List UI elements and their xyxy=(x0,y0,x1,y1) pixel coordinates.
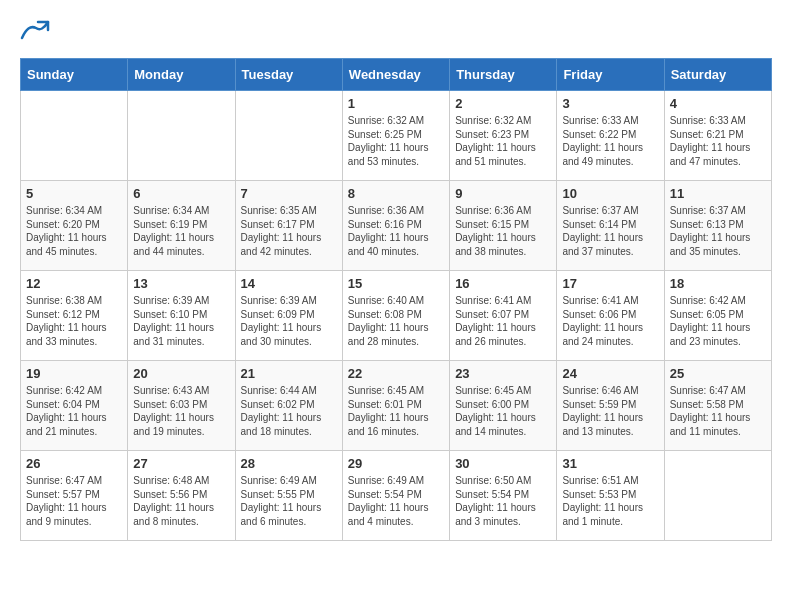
week-row-1: 1Sunrise: 6:32 AM Sunset: 6:25 PM Daylig… xyxy=(21,91,772,181)
weekday-header-tuesday: Tuesday xyxy=(235,59,342,91)
calendar-cell: 6Sunrise: 6:34 AM Sunset: 6:19 PM Daylig… xyxy=(128,181,235,271)
day-info: Sunrise: 6:34 AM Sunset: 6:19 PM Dayligh… xyxy=(133,204,229,258)
weekday-header-saturday: Saturday xyxy=(664,59,771,91)
calendar-cell: 19Sunrise: 6:42 AM Sunset: 6:04 PM Dayli… xyxy=(21,361,128,451)
calendar-cell: 4Sunrise: 6:33 AM Sunset: 6:21 PM Daylig… xyxy=(664,91,771,181)
day-info: Sunrise: 6:33 AM Sunset: 6:22 PM Dayligh… xyxy=(562,114,658,168)
day-info: Sunrise: 6:36 AM Sunset: 6:15 PM Dayligh… xyxy=(455,204,551,258)
day-number: 23 xyxy=(455,366,551,381)
day-number: 15 xyxy=(348,276,444,291)
calendar-cell: 25Sunrise: 6:47 AM Sunset: 5:58 PM Dayli… xyxy=(664,361,771,451)
day-info: Sunrise: 6:44 AM Sunset: 6:02 PM Dayligh… xyxy=(241,384,337,438)
day-info: Sunrise: 6:39 AM Sunset: 6:09 PM Dayligh… xyxy=(241,294,337,348)
weekday-header-sunday: Sunday xyxy=(21,59,128,91)
day-info: Sunrise: 6:46 AM Sunset: 5:59 PM Dayligh… xyxy=(562,384,658,438)
day-number: 24 xyxy=(562,366,658,381)
day-number: 27 xyxy=(133,456,229,471)
day-info: Sunrise: 6:36 AM Sunset: 6:16 PM Dayligh… xyxy=(348,204,444,258)
calendar-cell: 16Sunrise: 6:41 AM Sunset: 6:07 PM Dayli… xyxy=(450,271,557,361)
day-number: 16 xyxy=(455,276,551,291)
day-info: Sunrise: 6:35 AM Sunset: 6:17 PM Dayligh… xyxy=(241,204,337,258)
weekday-header-friday: Friday xyxy=(557,59,664,91)
day-number: 28 xyxy=(241,456,337,471)
day-number: 25 xyxy=(670,366,766,381)
day-number: 14 xyxy=(241,276,337,291)
day-number: 18 xyxy=(670,276,766,291)
logo xyxy=(20,20,54,42)
day-info: Sunrise: 6:47 AM Sunset: 5:57 PM Dayligh… xyxy=(26,474,122,528)
weekday-header-row: SundayMondayTuesdayWednesdayThursdayFrid… xyxy=(21,59,772,91)
calendar-cell: 21Sunrise: 6:44 AM Sunset: 6:02 PM Dayli… xyxy=(235,361,342,451)
day-number: 30 xyxy=(455,456,551,471)
day-info: Sunrise: 6:51 AM Sunset: 5:53 PM Dayligh… xyxy=(562,474,658,528)
calendar-cell: 26Sunrise: 6:47 AM Sunset: 5:57 PM Dayli… xyxy=(21,451,128,541)
day-number: 11 xyxy=(670,186,766,201)
day-info: Sunrise: 6:32 AM Sunset: 6:23 PM Dayligh… xyxy=(455,114,551,168)
day-info: Sunrise: 6:41 AM Sunset: 6:07 PM Dayligh… xyxy=(455,294,551,348)
day-number: 6 xyxy=(133,186,229,201)
day-info: Sunrise: 6:37 AM Sunset: 6:13 PM Dayligh… xyxy=(670,204,766,258)
calendar-cell xyxy=(664,451,771,541)
day-info: Sunrise: 6:47 AM Sunset: 5:58 PM Dayligh… xyxy=(670,384,766,438)
calendar-cell: 2Sunrise: 6:32 AM Sunset: 6:23 PM Daylig… xyxy=(450,91,557,181)
day-info: Sunrise: 6:45 AM Sunset: 6:00 PM Dayligh… xyxy=(455,384,551,438)
calendar-cell xyxy=(235,91,342,181)
day-info: Sunrise: 6:49 AM Sunset: 5:55 PM Dayligh… xyxy=(241,474,337,528)
day-number: 2 xyxy=(455,96,551,111)
calendar-cell: 20Sunrise: 6:43 AM Sunset: 6:03 PM Dayli… xyxy=(128,361,235,451)
header xyxy=(20,20,772,42)
day-number: 20 xyxy=(133,366,229,381)
week-row-2: 5Sunrise: 6:34 AM Sunset: 6:20 PM Daylig… xyxy=(21,181,772,271)
day-number: 31 xyxy=(562,456,658,471)
calendar-cell: 15Sunrise: 6:40 AM Sunset: 6:08 PM Dayli… xyxy=(342,271,449,361)
day-info: Sunrise: 6:45 AM Sunset: 6:01 PM Dayligh… xyxy=(348,384,444,438)
calendar-cell xyxy=(128,91,235,181)
calendar-cell: 1Sunrise: 6:32 AM Sunset: 6:25 PM Daylig… xyxy=(342,91,449,181)
weekday-header-monday: Monday xyxy=(128,59,235,91)
calendar-cell: 17Sunrise: 6:41 AM Sunset: 6:06 PM Dayli… xyxy=(557,271,664,361)
day-info: Sunrise: 6:48 AM Sunset: 5:56 PM Dayligh… xyxy=(133,474,229,528)
day-number: 29 xyxy=(348,456,444,471)
day-info: Sunrise: 6:41 AM Sunset: 6:06 PM Dayligh… xyxy=(562,294,658,348)
day-info: Sunrise: 6:43 AM Sunset: 6:03 PM Dayligh… xyxy=(133,384,229,438)
calendar-cell: 18Sunrise: 6:42 AM Sunset: 6:05 PM Dayli… xyxy=(664,271,771,361)
calendar-table: SundayMondayTuesdayWednesdayThursdayFrid… xyxy=(20,58,772,541)
day-number: 4 xyxy=(670,96,766,111)
day-number: 1 xyxy=(348,96,444,111)
calendar-cell: 3Sunrise: 6:33 AM Sunset: 6:22 PM Daylig… xyxy=(557,91,664,181)
day-number: 12 xyxy=(26,276,122,291)
week-row-4: 19Sunrise: 6:42 AM Sunset: 6:04 PM Dayli… xyxy=(21,361,772,451)
day-number: 7 xyxy=(241,186,337,201)
day-number: 9 xyxy=(455,186,551,201)
calendar-cell: 5Sunrise: 6:34 AM Sunset: 6:20 PM Daylig… xyxy=(21,181,128,271)
day-info: Sunrise: 6:49 AM Sunset: 5:54 PM Dayligh… xyxy=(348,474,444,528)
day-info: Sunrise: 6:42 AM Sunset: 6:05 PM Dayligh… xyxy=(670,294,766,348)
calendar-cell: 31Sunrise: 6:51 AM Sunset: 5:53 PM Dayli… xyxy=(557,451,664,541)
day-number: 19 xyxy=(26,366,122,381)
calendar-cell xyxy=(21,91,128,181)
day-info: Sunrise: 6:37 AM Sunset: 6:14 PM Dayligh… xyxy=(562,204,658,258)
calendar-cell: 12Sunrise: 6:38 AM Sunset: 6:12 PM Dayli… xyxy=(21,271,128,361)
day-number: 17 xyxy=(562,276,658,291)
week-row-5: 26Sunrise: 6:47 AM Sunset: 5:57 PM Dayli… xyxy=(21,451,772,541)
calendar-cell: 22Sunrise: 6:45 AM Sunset: 6:01 PM Dayli… xyxy=(342,361,449,451)
week-row-3: 12Sunrise: 6:38 AM Sunset: 6:12 PM Dayli… xyxy=(21,271,772,361)
calendar-cell: 28Sunrise: 6:49 AM Sunset: 5:55 PM Dayli… xyxy=(235,451,342,541)
calendar-cell: 10Sunrise: 6:37 AM Sunset: 6:14 PM Dayli… xyxy=(557,181,664,271)
day-number: 8 xyxy=(348,186,444,201)
day-number: 13 xyxy=(133,276,229,291)
calendar-cell: 24Sunrise: 6:46 AM Sunset: 5:59 PM Dayli… xyxy=(557,361,664,451)
day-number: 5 xyxy=(26,186,122,201)
calendar-cell: 23Sunrise: 6:45 AM Sunset: 6:00 PM Dayli… xyxy=(450,361,557,451)
day-info: Sunrise: 6:39 AM Sunset: 6:10 PM Dayligh… xyxy=(133,294,229,348)
logo-icon xyxy=(20,20,50,42)
calendar-cell: 27Sunrise: 6:48 AM Sunset: 5:56 PM Dayli… xyxy=(128,451,235,541)
calendar-cell: 30Sunrise: 6:50 AM Sunset: 5:54 PM Dayli… xyxy=(450,451,557,541)
day-number: 26 xyxy=(26,456,122,471)
day-info: Sunrise: 6:33 AM Sunset: 6:21 PM Dayligh… xyxy=(670,114,766,168)
day-info: Sunrise: 6:34 AM Sunset: 6:20 PM Dayligh… xyxy=(26,204,122,258)
day-info: Sunrise: 6:40 AM Sunset: 6:08 PM Dayligh… xyxy=(348,294,444,348)
calendar-cell: 8Sunrise: 6:36 AM Sunset: 6:16 PM Daylig… xyxy=(342,181,449,271)
calendar-cell: 11Sunrise: 6:37 AM Sunset: 6:13 PM Dayli… xyxy=(664,181,771,271)
calendar-cell: 29Sunrise: 6:49 AM Sunset: 5:54 PM Dayli… xyxy=(342,451,449,541)
